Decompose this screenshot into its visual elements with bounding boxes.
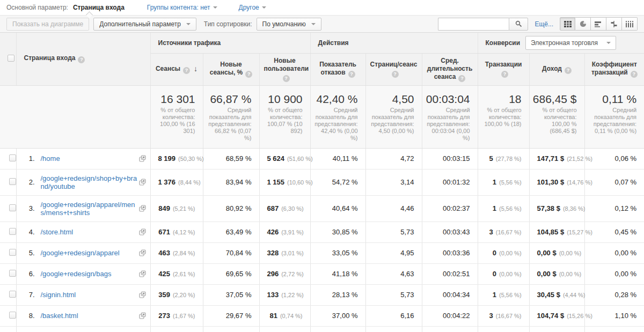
sessions-cell: 849(5,21 %) [150,195,203,222]
column-header-page[interactable]: Страница входа? [16,33,150,85]
row-checkbox[interactable] [9,154,16,161]
table-row: 3. /google+redesign/apparel/mens/mens+t+… [0,195,644,222]
page-link[interactable]: /signin.html [41,291,76,299]
chevron-down-icon [262,6,266,9]
pages-session-cell: 4,72 [365,148,422,169]
content-grouping-link[interactable]: Группы контента: нет [147,4,217,11]
performance-view-button[interactable] [591,17,606,31]
page-link[interactable]: /google+redesign/apparel/mens/mens+t+shi… [41,201,138,217]
tab-landing-page[interactable]: Страница входа [73,4,125,11]
row-checkbox-cell [0,305,16,326]
other-dimension-link[interactable]: Другое [239,4,266,11]
select-all-cell [0,33,16,85]
help-icon: ? [78,56,85,63]
summary-transactions: 18 % от общего количества: 100,00 % (18) [478,85,529,148]
row-number: 8. [22,312,35,320]
secondary-dimension-button[interactable]: Дополнительный параметр [93,18,196,31]
open-page-icon[interactable] [139,312,146,319]
comparison-view-button[interactable] [606,17,622,31]
page-cell: 1. /home [16,148,150,169]
select-all-checkbox[interactable] [8,55,14,62]
column-header-revenue[interactable]: Доход? [529,53,584,85]
row-checkbox[interactable] [9,291,16,298]
row-checkbox[interactable] [9,270,16,277]
primary-dimension-label: Основной параметр: [6,4,68,11]
column-header-transaction-rate[interactable]: Коэффициент транзакций? [584,53,644,85]
table-row: 4. /store.html 671(4,12 %) 63,49 % 426(3… [0,222,644,242]
pages-session-cell: 6,16 [365,305,422,326]
page-cell: 5. /google+redesign/apparel [16,242,150,263]
table-row: 9. /google+redesign/apparel/mens/mens+wa… [0,326,644,332]
row-checkbox-cell [0,222,16,242]
open-page-icon[interactable] [139,155,146,162]
help-icon: ? [565,67,572,74]
row-checkbox[interactable] [9,178,16,185]
transactions-cell: 1(5,56 %) [478,195,529,222]
bounce-cell: 54,72 % [310,169,365,195]
search-input[interactable] [438,18,509,31]
new-users-cell: 133(1,22 %) [259,284,310,305]
sessions-cell: 671(4,12 %) [150,222,203,242]
open-page-icon[interactable] [139,270,146,277]
column-header-transactions[interactable]: Транзакции? [478,53,529,85]
sort-type-label: Тип сортировки: [204,20,252,28]
page-link[interactable]: /google+redesign/shop+by+brand/youtube [41,174,138,190]
row-number: 7. [22,291,35,299]
column-header-avg-duration[interactable]: Сред. длительность сеанса? [422,53,478,85]
row-number: 1. [22,154,35,163]
pivot-view-button[interactable] [622,17,638,31]
page-link[interactable]: /basket.html [41,312,78,320]
table-view-icon [564,21,572,27]
help-icon: ? [283,75,290,82]
row-checkbox-cell [0,195,16,222]
open-page-icon[interactable] [139,205,146,212]
row-checkbox-cell [0,263,16,284]
row-checkbox-cell [0,326,16,332]
page-cell: 8. /basket.html [16,305,150,326]
transaction-rate-cell: 0,12 % [584,195,644,222]
page-link[interactable]: /store.html [41,228,74,236]
page-cell: 2. /google+redesign/shop+by+brand/youtub… [16,169,150,195]
column-header-bounce-rate[interactable]: Показатель отказов? [310,53,365,85]
column-header-sessions[interactable]: Сеансы?↓ [150,53,203,85]
search-button[interactable] [509,18,528,31]
row-checkbox[interactable] [9,228,16,235]
summary-row: 16 301 % от общего количества: 100,00 % … [0,85,644,148]
transaction-rate-cell: 0,06 % [584,148,644,169]
bar-chart-icon [595,21,602,27]
table-row: 2. /google+redesign/shop+by+brand/youtub… [0,169,644,195]
column-header-new-sessions[interactable]: Новые сеансы, %? [203,53,259,85]
column-header-pages-session[interactable]: Страниц/сеанс? [365,53,422,85]
plot-rows-button[interactable]: Показать на диаграмме [6,18,89,31]
help-icon: ? [458,75,465,82]
column-header-new-users[interactable]: Новые пользователи? [259,53,310,85]
chevron-down-icon [186,23,191,25]
help-icon: ? [245,71,252,78]
open-page-icon[interactable] [139,179,146,186]
row-number: 3. [22,204,35,212]
row-checkbox[interactable] [9,249,16,256]
row-checkbox[interactable] [9,204,16,211]
page-link[interactable]: /google+redesign/bags [41,270,112,278]
page-cell: 4. /store.html [16,222,150,242]
open-page-icon[interactable] [139,249,146,256]
open-page-icon[interactable] [139,228,146,235]
open-page-icon[interactable] [139,291,146,298]
new-users-cell: 5 624(51,60 %) [259,148,310,169]
more-options-link[interactable]: Ещё... [535,20,553,28]
sort-type-select[interactable]: По умолчанию [257,18,321,31]
new-sessions-cell: 70,84 % [203,242,259,263]
pie-chart-icon [580,20,587,27]
sessions-cell: 216(1,33 %) [150,326,203,332]
page-link[interactable]: /google+redesign/apparel [41,249,120,257]
conversions-type-select[interactable]: Электронная торговля [525,36,616,50]
transaction-rate-cell: 0,28 % [584,284,644,305]
avg-duration-cell: 00:03:05 [422,326,478,332]
row-checkbox[interactable] [9,312,16,319]
group-header-behavior: Действия [310,33,478,53]
table-body: 1. /home 8 199(50,30 %) 68,59 % 5 624(51… [0,148,644,332]
percentage-view-button[interactable] [575,17,591,31]
transactions-cell: 0(0,00 %) [478,263,529,284]
table-view-button[interactable] [560,17,575,31]
page-link[interactable]: /home [41,154,60,163]
